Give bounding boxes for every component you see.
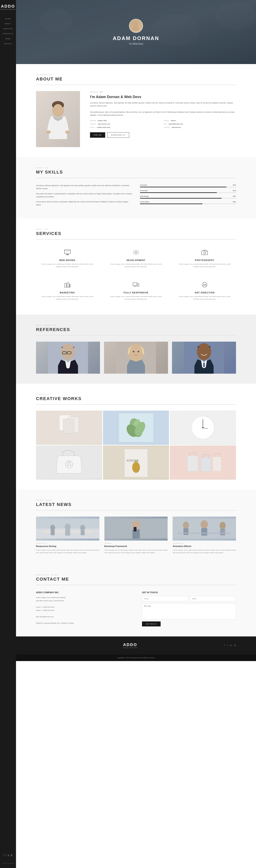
footer-social: f t in dr	[224, 644, 236, 646]
sidebar-item-about[interactable]: ABOUT	[5, 23, 11, 24]
svg-point-10	[65, 130, 70, 134]
portfolio-item-5[interactable]: KINFOLK	[103, 445, 169, 479]
skill-webdesign-value: 85%	[233, 195, 236, 197]
news-card-2: TRAVEL Bootstrap Framework Fusce congue,…	[104, 517, 168, 554]
portfolio-item-2[interactable]	[103, 411, 169, 445]
svg-point-72	[132, 462, 140, 473]
phone-value: +1(684) 4404 2000	[97, 126, 110, 128]
skills-text: Ut pretium ultricies dignissim. Sed eges…	[36, 184, 132, 209]
sidebar-logo-main: ADDO	[1, 4, 15, 9]
contact-submit-button[interactable]: SAY HELLO	[142, 621, 161, 626]
sidebar-item-home[interactable]: HOME	[5, 18, 10, 20]
footer-logo-sub: ADAM DORNAN	[123, 647, 138, 648]
about-bio2: Sed pellentesque, diam vel suscipit dapi…	[90, 111, 236, 117]
art-direction-icon	[178, 282, 232, 289]
website-label: Website:	[90, 123, 96, 125]
news-title-2[interactable]: Bootstrap Framework	[104, 545, 168, 547]
footer-social-twitter[interactable]: t	[227, 644, 228, 646]
detail-degree: Degree: Master	[164, 120, 236, 122]
service-photography: Photography Fusce congue, arcu a ullamco…	[173, 246, 236, 272]
about-title: ABOUT ME	[36, 76, 236, 85]
footer-social-instagram[interactable]: in	[230, 644, 232, 646]
reference-card-3	[172, 342, 236, 374]
svg-line-21	[137, 254, 138, 254]
skill-webdesign: Web Design 85%	[140, 195, 236, 198]
contact-name-input[interactable]	[142, 596, 188, 601]
skills-section: WHAT I DO MY SKILLS Ut pretium ultricies…	[16, 157, 256, 219]
news-tag-3: LIFESTYLE	[172, 542, 236, 544]
portfolio-item-6[interactable]	[170, 445, 236, 479]
contact-message-input[interactable]	[142, 603, 236, 619]
service-web-desing: Web Desing Fusce congue, arcu a ullamcor…	[36, 246, 99, 272]
footer-social-facebook[interactable]: f	[224, 644, 225, 646]
degree-value: Master	[171, 120, 176, 122]
svg-rect-11	[64, 250, 70, 254]
portfolio-item-1[interactable]: 7	[36, 411, 102, 445]
website-value: www.domain.com	[98, 123, 110, 125]
marketing-icon	[40, 282, 95, 289]
skill-socialmedia-label: Social Media	[140, 201, 149, 203]
news-title-1[interactable]: Responsive Desing	[36, 545, 99, 547]
portfolio-label: PORTFOLIO	[36, 394, 236, 395]
service-art-direction-desc: Fusce congue, arcu a ullamcorper blandit…	[178, 296, 232, 301]
skills-text1: Ut pretium ultricies dignissim. Sed eges…	[36, 184, 132, 190]
sidebar-logo-sub: ADAM DORNAN	[1, 9, 15, 10]
service-responsive-title: Fully Responsive	[108, 291, 163, 294]
detail-mail: Mail: adam@domain.com	[164, 123, 236, 125]
main-content: ADAM DORNAN I'm Web Dev| INFORMATION ABO…	[16, 0, 256, 661]
portfolio-item-4[interactable]	[36, 445, 102, 479]
sidebar-item-contact[interactable]: CONTACT	[4, 43, 12, 44]
contact-email-input[interactable]	[190, 596, 236, 601]
contact-address: Fusce congue, arcu a ullamcorper blandit…	[36, 596, 130, 625]
svg-point-82	[65, 524, 71, 530]
svg-point-25	[203, 252, 205, 254]
svg-point-9	[46, 130, 51, 134]
svg-point-33	[202, 282, 207, 287]
reference-face-2	[104, 342, 168, 374]
svg-rect-27	[65, 284, 67, 287]
sidebar-item-portfolio[interactable]: PORTFOLIO	[3, 33, 13, 34]
news-section: LATEST NEWS LATEST NEWS	[16, 490, 256, 564]
skill-socialmedia: Social Media 65%	[140, 201, 236, 204]
svg-point-36	[62, 344, 74, 358]
svg-line-22	[137, 250, 138, 251]
svg-point-43	[133, 351, 134, 352]
footer-social-dribbble[interactable]: dr	[234, 644, 236, 646]
svg-rect-96	[220, 529, 225, 535]
svg-point-42	[130, 345, 142, 359]
svg-rect-97	[178, 533, 231, 533]
svg-rect-29	[69, 284, 70, 287]
svg-rect-89	[133, 527, 136, 532]
references-grid	[36, 342, 236, 374]
skill-photoshop-label: Photoshop	[140, 190, 148, 191]
degree-label: Degree:	[164, 120, 169, 122]
about-section: INFORMATION ABOUT ME	[16, 64, 256, 157]
news-title-3[interactable]: Animation Effects	[172, 545, 236, 547]
service-marketing: Marketing Fusce congue, arcu a ullamcorp…	[36, 278, 99, 305]
sidebar-item-services[interactable]: SERVICES	[3, 28, 12, 29]
news-title: LATEST NEWS	[36, 502, 236, 510]
news-card-3: LIFESTYLE Animation Effects Fusce congue…	[172, 517, 236, 554]
about-details: Birthday: August 1990 Degree: Master Web…	[90, 120, 236, 128]
svg-point-93	[201, 520, 208, 529]
skills-label: WHAT I DO	[36, 167, 236, 168]
about-info-heading: I'm Adam Dornan & Web Devs	[90, 95, 236, 99]
svg-rect-94	[201, 528, 207, 535]
responsive-icon	[108, 282, 163, 289]
contact-section: REACH OUT TO ME CONTACT ME ADDO COMPANY …	[16, 564, 256, 637]
svg-rect-48	[203, 363, 205, 367]
footer-copyright: Copyright © 2023 Company name All rights…	[16, 654, 256, 661]
news-label: LATEST NEWS	[36, 500, 236, 501]
about-photo	[36, 91, 80, 147]
hire-me-button[interactable]: HIRE ME	[90, 132, 105, 138]
svg-point-4	[134, 22, 137, 26]
service-responsive: Fully Responsive Fusce congue, arcu a ul…	[105, 278, 167, 305]
avatar	[129, 19, 143, 33]
contact-form-container: GET IN TOUCH SAY HELLO	[142, 591, 236, 626]
sidebar-item-news[interactable]: NEWS	[5, 38, 10, 39]
svg-rect-52	[63, 419, 74, 434]
download-cv-button[interactable]: DOWNLOAD CV	[107, 132, 129, 138]
hero-section: ADAM DORNAN I'm Web Dev|	[16, 0, 256, 64]
portfolio-item-3[interactable]	[170, 411, 236, 445]
references-label: WHO I WORK FOR	[36, 324, 236, 326]
